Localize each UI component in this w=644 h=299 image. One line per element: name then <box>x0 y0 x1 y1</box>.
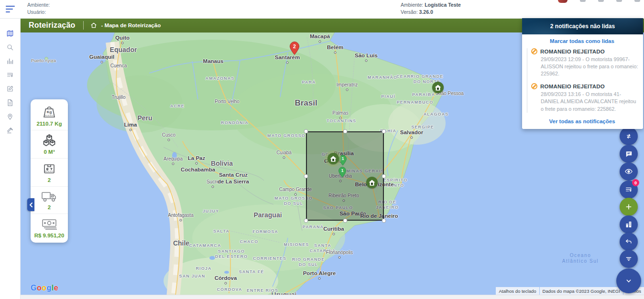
flag-icon[interactable] <box>558 0 568 3</box>
red-pin-marker[interactable]: 2 <box>289 41 300 57</box>
ambiente-label: Ambiente: <box>27 1 50 9</box>
breadcrumb-label: - Mapa de Roteirização <box>101 22 161 28</box>
svg-text:2: 2 <box>293 43 296 49</box>
google-logo: Google <box>31 284 58 292</box>
pin-icon <box>6 113 14 120</box>
chat-icon <box>625 150 633 158</box>
document-icon <box>6 99 14 107</box>
usuario-label: Usuário: <box>27 9 50 16</box>
breadcrumb: - Mapa de Roteirização <box>90 22 161 29</box>
cubes-icon <box>42 133 57 148</box>
top-header: Ambiente: Usuário: Ambiente: Logística T… <box>0 0 644 19</box>
playlist-icon <box>6 71 14 79</box>
depot-house-marker[interactable] <box>438 87 449 99</box>
stat-value: R$ 9.951,20 <box>31 214 68 242</box>
visibility-button[interactable] <box>620 162 638 181</box>
chevron-down-icon <box>625 277 633 285</box>
chat-button[interactable] <box>620 145 638 163</box>
collapse-button[interactable] <box>616 268 641 293</box>
apps-icon[interactable] <box>580 0 586 2</box>
selection-handle[interactable] <box>382 219 386 223</box>
depot-house-marker[interactable] <box>372 182 383 194</box>
selection-handle[interactable] <box>304 174 308 178</box>
selection-handle[interactable] <box>304 129 308 134</box>
company-button[interactable] <box>620 215 638 234</box>
stat-volume: 0 M³ <box>31 130 68 159</box>
mark-all-read-link[interactable]: Marcar todas como lidas <box>526 38 638 44</box>
chevron-left-icon <box>29 203 33 207</box>
stat-vehicles-value: 2 <box>48 204 51 210</box>
swap-button[interactable] <box>620 127 638 145</box>
route-list-button[interactable]: 0 <box>620 181 638 199</box>
notifications-list: ROMANEIO REJEITADO29/09/2023 12:09 - O m… <box>527 48 638 113</box>
sidebar-item-locations[interactable] <box>0 110 20 123</box>
filter-icon <box>625 255 633 263</box>
view-all-notifications-link[interactable]: Ver todas as notificações <box>526 118 638 124</box>
notification-title: ROMANEIO REJEITADO <box>540 49 605 54</box>
package-icon <box>42 161 57 176</box>
notification-item[interactable]: ROMANEIO REJEITADO28/09/2023 13:16 - O m… <box>531 83 638 112</box>
sidebar-item-map[interactable] <box>0 27 20 40</box>
routing-app: Ambiente: Usuário: Ambiente: Logística T… <box>0 0 644 299</box>
notification-count-badge: 0 <box>632 179 639 186</box>
notifications-header: 2 notificações não lidas <box>522 18 643 34</box>
depot-house-marker[interactable] <box>333 159 345 170</box>
sidebar-item-reports[interactable] <box>0 54 20 68</box>
swap-icon <box>625 132 633 140</box>
selection-handle[interactable] <box>382 174 386 178</box>
svg-text:Kg: Kg <box>47 110 52 114</box>
page-bottom-strip <box>0 295 644 299</box>
filter-button[interactable] <box>620 250 638 268</box>
selection-handle[interactable] <box>343 129 347 134</box>
help-icon[interactable] <box>598 0 604 2</box>
env-value: Logística Teste <box>425 2 461 8</box>
stat-weight: Kg2110.7 Kg <box>31 102 68 130</box>
collapse-panel-button[interactable] <box>27 198 34 211</box>
environment-version: Ambiente: Logística Teste Versão: 3.26.0 <box>401 1 461 16</box>
notifications-panel: 2 notificações não lidas Marcar todas co… <box>522 18 643 129</box>
stat-value-value: R$ 9.951,20 <box>34 233 65 238</box>
hamburger-menu-icon[interactable] <box>6 4 17 13</box>
notification-item[interactable]: ROMANEIO REJEITADO29/09/2023 12:09 - O m… <box>531 48 638 77</box>
sidebar-item-edit[interactable] <box>0 82 20 96</box>
sidebar-item-documents[interactable] <box>0 96 20 109</box>
chart-icon <box>6 57 14 65</box>
playlist-icon <box>625 186 633 193</box>
settings-icon[interactable] <box>616 0 622 2</box>
stat-packages: 2 <box>31 159 68 187</box>
divider <box>83 21 84 30</box>
sidebar-item-lists[interactable] <box>0 68 20 82</box>
stat-packages-value: 2 <box>48 177 51 183</box>
route-summary-panel: Kg2110.7 Kg0 M³22R$ 9.951,20 <box>31 99 68 243</box>
keyboard-shortcuts-link[interactable]: Atalhos do teclado <box>496 287 539 295</box>
account-icon[interactable] <box>634 0 640 2</box>
selection-handle[interactable] <box>382 129 386 134</box>
add-button[interactable] <box>620 198 638 216</box>
sidebar-item-search[interactable] <box>0 41 20 54</box>
blocked-icon <box>531 48 537 54</box>
map-icon <box>6 30 14 37</box>
header-icons-cropped <box>558 0 640 4</box>
plus-icon <box>625 203 633 211</box>
home-icon[interactable] <box>90 22 97 29</box>
eye-icon <box>624 167 633 176</box>
weight-icon: Kg <box>41 105 57 119</box>
edit-icon <box>6 85 14 93</box>
gavel-icon <box>6 127 14 134</box>
selection-handle[interactable] <box>304 219 308 223</box>
version-value: 3.26.0 <box>419 9 433 15</box>
undo-button[interactable] <box>620 233 638 251</box>
stat-vehicles: 2 <box>31 187 68 214</box>
notification-body: 29/09/2023 12:09 - O motorista 99967-ALI… <box>541 56 638 77</box>
map-data-attribution: Dados do mapa ©2023 Google, INEGI <box>540 287 623 295</box>
search-icon <box>6 43 14 51</box>
selection-handle[interactable] <box>343 219 347 223</box>
page-title: Roteirização <box>29 21 76 30</box>
company-icon <box>625 221 633 228</box>
version-label: Versão: <box>401 9 418 15</box>
sidebar-item-tools[interactable] <box>0 124 20 137</box>
stat-volume-value: 0 M³ <box>44 149 55 155</box>
left-sidebar <box>0 18 21 299</box>
blocked-icon <box>531 83 537 89</box>
environment-user-labels: Ambiente: Usuário: <box>27 1 50 16</box>
